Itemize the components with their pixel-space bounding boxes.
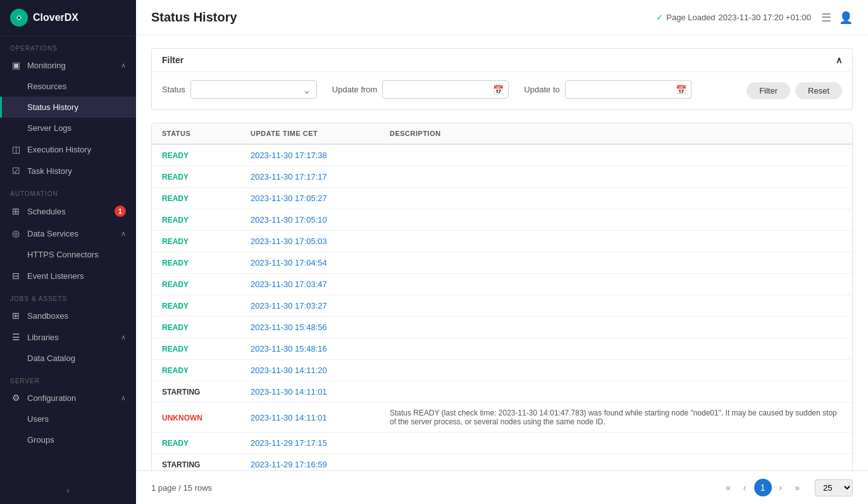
section-label-server: SERVER	[0, 369, 136, 387]
description-cell-13	[380, 433, 852, 454]
status-cell-9: READY	[152, 338, 240, 360]
filter-status-label: Status	[162, 85, 185, 94]
page-loaded-timestamp: 2023-11-30 17:20 +01:00	[719, 13, 811, 22]
filter-controls: Status READY STARTING UNKNOWN Update fro…	[162, 80, 691, 99]
sidebar-item-resources[interactable]: Resources	[0, 76, 136, 97]
description-cell-1	[380, 166, 852, 188]
sidebar-item-https-connectors[interactable]: HTTPS Connectors	[0, 244, 136, 265]
status-badge-3: READY	[162, 216, 189, 224]
reset-button[interactable]: Reset	[795, 82, 842, 99]
table-header: STATUS UPDATE TIME CET DESCRIPTION	[152, 123, 852, 144]
check-icon: ✓	[656, 13, 663, 22]
svg-point-1	[18, 16, 20, 19]
sidebar-item-groups[interactable]: Groups	[0, 429, 136, 450]
status-badge-5: READY	[162, 259, 189, 267]
status-badge-6: READY	[162, 280, 189, 289]
sidebar: CloverDX OPERATIONS ▣ Monitoring ∧ Resou…	[0, 0, 136, 504]
filter-button[interactable]: Filter	[747, 82, 790, 99]
first-page-button[interactable]: «	[721, 480, 736, 495]
update-time-cell-12: 2023-11-30 14:11:01	[240, 403, 380, 433]
sidebar-item-execution-history[interactable]: ◫ Execution History	[0, 138, 136, 160]
status-cell-8: READY	[152, 317, 240, 338]
page-1-button[interactable]: 1	[754, 479, 772, 496]
status-badge-7: READY	[162, 302, 189, 310]
sidebar-item-monitoring[interactable]: ▣ Monitoring ∧	[0, 54, 136, 76]
chevron-down-icon: ∧	[121, 230, 126, 238]
update-from-input[interactable]	[382, 80, 509, 99]
description-cell-4	[380, 231, 852, 252]
sidebar-item-task-history[interactable]: ☑ Task History	[0, 160, 136, 181]
sidebar-item-data-catalog[interactable]: Data Catalog	[0, 348, 136, 369]
filter-update-from-label: Update from	[332, 85, 378, 94]
sidebar-item-data-services[interactable]: ◎ Data Services ∧	[0, 223, 136, 244]
status-select-wrapper: READY STARTING UNKNOWN	[190, 80, 317, 99]
sidebar-item-status-history[interactable]: Status History	[0, 97, 136, 118]
sidebar-item-users[interactable]: Users	[0, 409, 136, 429]
status-select[interactable]: READY STARTING UNKNOWN	[190, 80, 317, 99]
table-row: READY2023-11-30 17:03:47	[152, 274, 852, 295]
configuration-icon: ⚙	[12, 393, 22, 403]
column-header-status: STATUS	[152, 123, 240, 144]
notifications-icon[interactable]: ☰	[821, 11, 831, 25]
update-time-cell-7: 2023-11-30 17:03:27	[240, 295, 380, 317]
logo-icon	[10, 9, 28, 27]
status-badge-10: READY	[162, 366, 189, 375]
update-to-input[interactable]	[565, 80, 691, 99]
sandboxes-icon: ⊞	[12, 310, 22, 321]
sidebar-item-server-logs[interactable]: Server Logs	[0, 118, 136, 138]
table-body: READY2023-11-30 17:17:38READY2023-11-30 …	[152, 144, 852, 470]
update-time-cell-8: 2023-11-30 15:48:56	[240, 317, 380, 338]
sidebar-item-configuration[interactable]: ⚙ Configuration ∧	[0, 387, 136, 409]
status-cell-10: READY	[152, 360, 240, 381]
libraries-icon: ☰	[12, 332, 22, 342]
logo-text: CloverDX	[33, 12, 78, 23]
page-title: Status History	[151, 10, 656, 25]
table-header-row: STATUS UPDATE TIME CET DESCRIPTION	[152, 123, 852, 144]
status-cell-0: READY	[152, 144, 240, 166]
sidebar-item-libraries[interactable]: ☰ Libraries ∧	[0, 326, 136, 348]
filter-buttons: Filter Reset	[747, 80, 842, 99]
section-label-jobs-assets: JOBS & ASSETS	[0, 286, 136, 305]
chevron-up-icon-2: ∧	[121, 333, 126, 341]
sidebar-item-schedules[interactable]: ⊞ Schedules 1	[0, 200, 136, 223]
sidebar-item-server-logs-label: Server Logs	[27, 123, 126, 133]
user-icon[interactable]: 👤	[839, 11, 853, 25]
header: Status History ✓ Page Loaded 2023-11-30 …	[136, 0, 868, 35]
page-loaded-label: Page Loaded	[666, 13, 715, 22]
description-cell-11	[380, 381, 852, 403]
description-cell-10	[380, 360, 852, 381]
monitoring-icon: ▣	[12, 60, 22, 70]
chevron-up-icon-3: ∧	[121, 394, 126, 402]
footer: 1 page / 15 rows « ‹ 1 › » 10 25 50 100	[136, 470, 868, 504]
update-time-cell-5: 2023-11-30 17:04:54	[240, 252, 380, 274]
sidebar-collapse-button[interactable]: ‹	[0, 477, 136, 504]
page-size-select[interactable]: 10 25 50 100	[815, 479, 853, 496]
sidebar-item-schedules-label: Schedules	[27, 207, 109, 216]
sidebar-section-automation: AUTOMATION ⊞ Schedules 1 ◎ Data Services…	[0, 181, 136, 286]
sidebar-item-sandboxes[interactable]: ⊞ Sandboxes	[0, 305, 136, 326]
sidebar-item-libraries-label: Libraries	[27, 333, 116, 342]
sidebar-item-task-history-label: Task History	[27, 166, 126, 176]
next-page-button[interactable]: ›	[774, 480, 788, 495]
filter-header[interactable]: Filter ∧	[152, 49, 852, 71]
page-info: 1 page / 15 rows	[151, 483, 721, 493]
status-badge-9: READY	[162, 345, 189, 353]
description-cell-12: Status READY (last check time: 2023-11-3…	[380, 403, 852, 433]
sidebar-item-event-listeners[interactable]: ⊟ Event Listeners	[0, 265, 136, 286]
page-loaded-status: ✓ Page Loaded 2023-11-30 17:20 +01:00	[656, 13, 811, 22]
update-to-wrapper: 📅	[565, 80, 691, 99]
description-cell-9	[380, 338, 852, 360]
filter-update-from-group: Update from 📅	[332, 80, 509, 99]
status-cell-3: READY	[152, 209, 240, 231]
sidebar-item-status-history-label: Status History	[27, 102, 126, 112]
last-page-button[interactable]: »	[790, 480, 805, 495]
sidebar-item-configuration-label: Configuration	[27, 393, 116, 403]
status-badge-2: READY	[162, 194, 189, 203]
description-cell-6	[380, 274, 852, 295]
sidebar-item-groups-label: Groups	[27, 435, 126, 445]
sidebar-item-https-connectors-label: HTTPS Connectors	[27, 250, 126, 259]
prev-page-button[interactable]: ‹	[738, 480, 752, 495]
table-row: READY2023-11-30 17:17:38	[152, 144, 852, 166]
filter-title: Filter	[162, 55, 183, 65]
update-from-wrapper: 📅	[382, 80, 509, 99]
